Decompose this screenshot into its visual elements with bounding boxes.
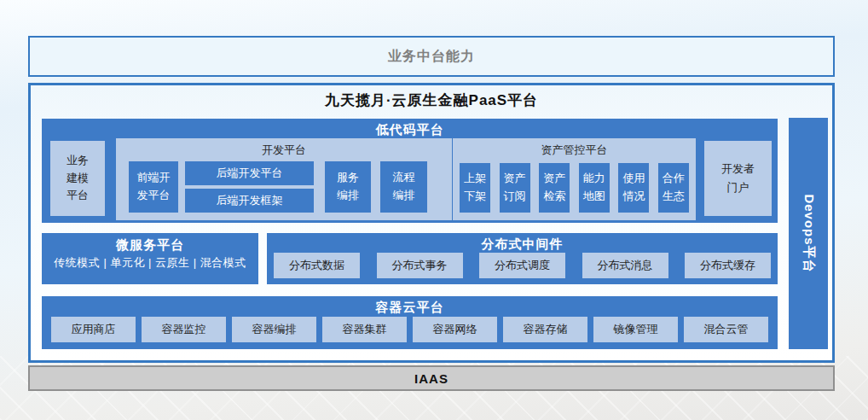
asset-items-row: 上架 下架 资产 订阅 资产 检索 能力 地图 使用 情况 合作 生态 (453, 163, 696, 213)
distributed-middleware-title: 分布式中间件 (267, 233, 778, 253)
frontend-dev-platform-box: 前端开 发平台 (129, 161, 178, 213)
backend-dev-platform-box: 后端开发平台 (185, 161, 314, 185)
container-item: 容器集群 (322, 317, 407, 342)
container-item: 容器编排 (232, 317, 316, 342)
business-modeling-platform-box: 业务 建模 平台 (50, 141, 105, 216)
iaas-layer-bar: IAAS (28, 365, 835, 391)
asset-item: 使用 情况 (618, 163, 649, 213)
microservice-platform-title: 微服务平台 (42, 233, 258, 254)
microservice-modes-subtitle: 传统模式 | 单元化 | 云原生 | 混合模式 (42, 255, 258, 271)
dev-platform-panel: 开发平台 前端开 发平台 后端开发平台 后端开发框架 服务 编排 流程 编排 (116, 138, 452, 220)
platform-title: 九天揽月·云原生金融PaaS平台 (31, 90, 832, 110)
process-orchestration-box: 流程 编排 (380, 161, 427, 213)
asset-control-title: 资产管控平台 (453, 138, 696, 158)
container-item: 混合云管 (684, 317, 768, 342)
service-orchestration-box: 服务 编排 (325, 161, 371, 213)
container-item: 容器存储 (503, 317, 587, 342)
asset-item: 能力 地图 (579, 163, 610, 213)
container-items-row: 应用商店 容器监控 容器编排 容器集群 容器网络 容器存储 镜像管理 混合云管 (42, 317, 778, 342)
container-item: 镜像管理 (593, 317, 678, 342)
devops-platform-label: Devops平台 (801, 194, 817, 272)
architecture-diagram: 业务中台能力 九天揽月·云原生金融PaaS平台 低代码平台 业务 建模 平台 开… (0, 0, 868, 420)
middleware-item: 分布式数据 (274, 253, 360, 278)
asset-item: 资产 订阅 (500, 163, 530, 213)
developer-portal-box: 开发者 门户 (704, 141, 772, 216)
middleware-item: 分布式消息 (582, 253, 668, 278)
container-cloud-platform-block: 容器云平台 应用商店 容器监控 容器编排 容器集群 容器网络 容器存储 镜像管理… (42, 296, 778, 349)
banner-label: 业务中台能力 (388, 48, 475, 66)
low-code-platform-title: 低代码平台 (42, 119, 778, 138)
paas-platform-container: 九天揽月·云原生金融PaaS平台 低代码平台 业务 建模 平台 开发平台 前端开… (28, 83, 835, 363)
iaas-label: IAAS (414, 371, 448, 386)
container-item: 容器监控 (142, 317, 226, 342)
asset-item: 合作 生态 (658, 163, 689, 213)
distributed-middleware-block: 分布式中间件 分布式数据 分布式事务 分布式调度 分布式消息 分布式缓存 (267, 233, 778, 284)
backend-dev-framework-box: 后端开发框架 (185, 189, 314, 213)
dev-platform-title: 开发平台 (116, 138, 452, 158)
microservice-platform-block: 微服务平台 传统模式 | 单元化 | 云原生 | 混合模式 (42, 233, 258, 284)
asset-control-panel: 资产管控平台 上架 下架 资产 订阅 资产 检索 能力 地图 使用 情况 合作 … (453, 138, 696, 220)
business-midplatform-banner: 业务中台能力 (28, 36, 835, 77)
asset-item: 资产 检索 (539, 163, 570, 213)
middleware-items-row: 分布式数据 分布式事务 分布式调度 分布式消息 分布式缓存 (267, 253, 778, 278)
middleware-item: 分布式缓存 (685, 253, 771, 278)
middleware-item: 分布式事务 (377, 253, 463, 278)
container-item: 容器网络 (413, 317, 497, 342)
devops-platform-bar: Devops平台 (789, 118, 828, 349)
low-code-platform-block: 低代码平台 业务 建模 平台 开发平台 前端开 发平台 后端开发平台 后端开发框… (42, 119, 778, 223)
container-item: 应用商店 (51, 317, 136, 342)
middleware-item: 分布式调度 (479, 253, 565, 278)
container-cloud-title: 容器云平台 (42, 296, 778, 316)
asset-item: 上架 下架 (460, 163, 490, 213)
